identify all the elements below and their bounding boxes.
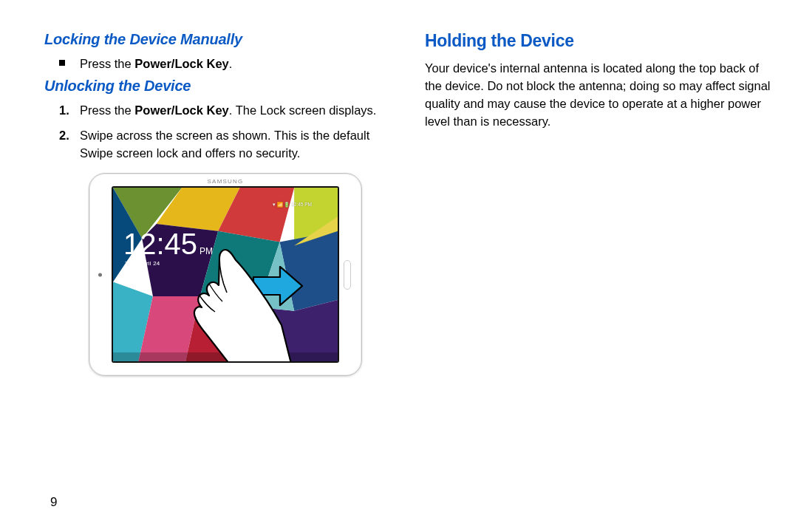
bullet-bold: Power/Lock Key	[134, 57, 228, 70]
hand-pointer-icon	[193, 248, 296, 363]
step-1: Press the Power/Lock Key. The Lock scree…	[59, 102, 392, 120]
bullet-suf: .	[229, 57, 233, 70]
brand-label: SAMSUNG	[89, 178, 361, 185]
page-number: 9	[50, 495, 57, 510]
bullet-press-power: Press the Power/Lock Key.	[59, 55, 392, 72]
bullet-text: Press the Power/Lock Key.	[80, 55, 232, 72]
status-bar: ▾ 📶 🔋 12:45 PM	[273, 202, 312, 208]
unlock-steps: Press the Power/Lock Key. The Lock scree…	[59, 102, 392, 163]
bullet-square-icon	[59, 60, 65, 66]
step1-bold: Power/Lock Key	[134, 103, 228, 117]
holding-paragraph: Your device's internal antenna is locate…	[425, 60, 776, 131]
step2-text: Swipe across the screen as shown. This i…	[80, 129, 369, 160]
step1-post: . The Lock screen displays.	[229, 103, 377, 117]
tablet-shell: SAMSUNG	[89, 173, 362, 376]
home-button	[344, 260, 351, 290]
step-2: Swipe across the screen as shown. This i…	[59, 127, 392, 163]
heading-unlocking: Unlocking the Device	[44, 78, 392, 95]
tablet-screen: ▾ 📶 🔋 12:45 PM 12:45 PM Thu, April 24	[112, 186, 339, 363]
front-camera-icon	[98, 273, 102, 276]
clock-time: 12:45	[123, 228, 197, 261]
step1-pre: Press the	[80, 103, 134, 117]
clock-date: Thu, April 24	[125, 260, 160, 267]
heading-locking: Locking the Device Manually	[44, 31, 392, 48]
bullet-pre: Press the	[80, 57, 134, 70]
heading-holding: Holding the Device	[425, 31, 776, 51]
tablet-illustration: SAMSUNG	[89, 173, 362, 376]
